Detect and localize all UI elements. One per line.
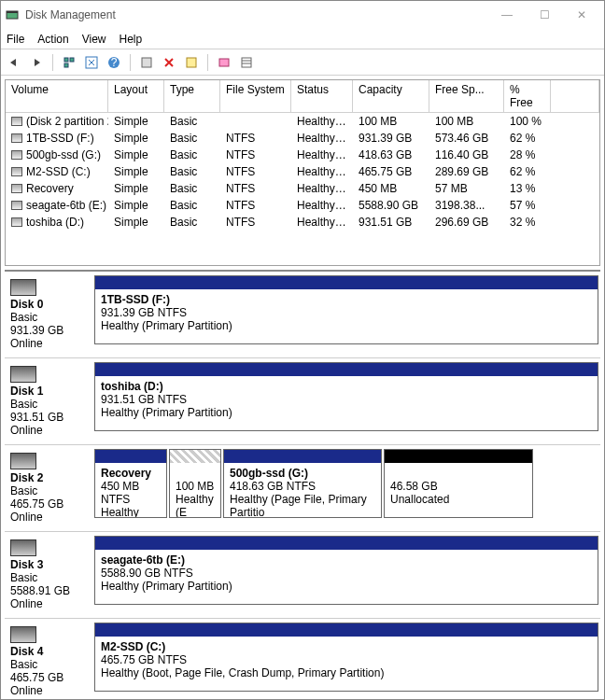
volume-capacity: 465.75 GB	[353, 164, 429, 179]
volume-icon	[11, 201, 22, 210]
volume-row[interactable]: M2-SSD (C:)SimpleBasicNTFSHealthy (B...4…	[6, 163, 599, 180]
partition-box[interactable]: M2-SSD (C:)465.75 GB NTFSHealthy (Boot, …	[94, 623, 598, 692]
volume-fs: NTFS	[220, 198, 291, 213]
partition-status: Healthy (Boot, Page File, Crash Dump, Pr…	[101, 666, 592, 679]
forward-button[interactable]	[27, 53, 46, 72]
partition-box[interactable]: 500gb-ssd (G:)418.63 GB NTFSHealthy (Pag…	[223, 449, 382, 518]
delete-icon[interactable]	[160, 53, 178, 72]
volume-row[interactable]: toshiba (D:)SimpleBasicNTFSHealthy (P...…	[6, 214, 599, 231]
back-button[interactable]	[5, 53, 23, 72]
col-type[interactable]: Type	[164, 80, 220, 112]
disk-type: Basic	[10, 398, 89, 411]
disk-row: Disk 1Basic931.51 GBOnlinetoshiba (D:)93…	[5, 358, 600, 445]
col-fs[interactable]: File System	[220, 80, 291, 112]
menu-action[interactable]: Action	[37, 33, 68, 46]
svg-rect-9	[187, 58, 196, 67]
menu-help[interactable]: Help	[120, 33, 143, 46]
refresh-button[interactable]	[82, 53, 101, 72]
volume-icon	[11, 117, 22, 126]
partition-box[interactable]: seagate-6tb (E:)5588.90 GB NTFSHealthy (…	[94, 536, 598, 605]
partition-bar	[95, 537, 598, 550]
disk-size: 465.75 GB	[10, 671, 89, 684]
volume-row[interactable]: RecoverySimpleBasicNTFSHealthy (...450 M…	[6, 180, 599, 197]
volume-layout: Simple	[108, 215, 164, 230]
volume-row[interactable]: 1TB-SSD (F:)SimpleBasicNTFSHealthy (P...…	[6, 130, 599, 147]
disk-row: Disk 3Basic5588.91 GBOnlineseagate-6tb (…	[5, 532, 600, 619]
volume-status: Healthy (P...	[291, 215, 353, 230]
disk-info[interactable]: Disk 3Basic5588.91 GBOnline	[5, 536, 94, 614]
disk-icon	[10, 366, 36, 383]
volume-name: seagate-6tb (E:)	[26, 199, 106, 212]
maximize-button[interactable]: ☐	[526, 1, 563, 29]
menu-view[interactable]: View	[82, 33, 106, 46]
action-icon[interactable]	[215, 53, 233, 72]
scope-button[interactable]	[60, 53, 78, 72]
disk-info[interactable]: Disk 2Basic465.75 GBOnline	[5, 449, 94, 527]
col-pct[interactable]: % Free	[504, 80, 551, 112]
disk-info[interactable]: Disk 4Basic465.75 GBOnline	[5, 623, 94, 700]
partition-status: Healthy (Primary Partition)	[101, 319, 592, 332]
volume-name: 500gb-ssd (G:)	[26, 148, 101, 161]
properties-icon[interactable]	[182, 53, 201, 72]
settings-icon[interactable]	[137, 53, 156, 72]
toolbar: ?	[1, 49, 604, 76]
partition-box[interactable]: toshiba (D:)931.51 GB NTFSHealthy (Prima…	[94, 362, 598, 431]
volume-row[interactable]: (Disk 2 partition 2)SimpleBasicHealthy (…	[6, 113, 599, 130]
col-capacity[interactable]: Capacity	[353, 80, 429, 112]
disk-row: Disk 4Basic465.75 GBOnlineM2-SSD (C:)465…	[5, 619, 600, 700]
list-icon[interactable]	[237, 53, 256, 72]
minimize-button[interactable]: —	[488, 1, 526, 29]
disk-status: Online	[10, 511, 89, 524]
volume-layout: Simple	[108, 114, 164, 129]
volume-fs: NTFS	[220, 215, 291, 230]
volume-list[interactable]: Volume Layout Type File System Status Ca…	[5, 79, 600, 266]
disk-size: 5588.91 GB	[10, 584, 89, 597]
menu-file[interactable]: File	[7, 33, 24, 46]
partition-status: Healthy (Primary Partition)	[101, 406, 592, 419]
partition-status: Healthy (Page File, Primary Partitio	[230, 493, 375, 517]
svg-rect-8	[142, 58, 151, 67]
partition-title: M2-SSD (C:)	[101, 640, 592, 653]
disk-info[interactable]: Disk 0Basic931.39 GBOnline	[5, 275, 94, 354]
volume-status: Healthy (E...	[291, 114, 353, 129]
col-free[interactable]: Free Sp...	[429, 80, 504, 112]
svg-rect-2	[64, 58, 68, 62]
partition-size: 465.75 GB NTFS	[101, 653, 592, 666]
volume-pct: 13 %	[504, 181, 551, 196]
disk-name: Disk 1	[10, 385, 89, 398]
volume-row[interactable]: seagate-6tb (E:)SimpleBasicNTFSHealthy (…	[6, 197, 599, 214]
partition-box[interactable]: Recovery450 MB NTFSHealthy (OEM	[94, 449, 167, 518]
help-icon[interactable]: ?	[105, 53, 123, 72]
volume-icon	[11, 150, 22, 160]
disk-map: Disk 0Basic931.39 GBOnline1TB-SSD (F:)93…	[5, 270, 600, 700]
partition-title: Recovery	[101, 467, 161, 480]
volume-name: toshiba (D:)	[26, 216, 84, 229]
svg-text:?: ?	[111, 56, 118, 69]
volume-capacity: 931.51 GB	[353, 215, 429, 230]
titlebar: Disk Management — ☐ ✕	[1, 1, 604, 29]
disk-size: 931.51 GB	[10, 411, 89, 424]
disk-status: Online	[10, 597, 89, 610]
volume-status: Healthy (B...	[291, 164, 353, 179]
volume-pct: 57 %	[504, 198, 551, 213]
partition-status: Healthy (OEM	[101, 506, 161, 517]
col-status[interactable]: Status	[291, 80, 353, 112]
disk-info[interactable]: Disk 1Basic931.51 GBOnline	[5, 362, 94, 441]
col-layout[interactable]: Layout	[108, 80, 164, 112]
volume-capacity: 418.63 GB	[353, 147, 429, 162]
volume-layout: Simple	[108, 147, 164, 162]
partition-box[interactable]: 1TB-SSD (F:)931.39 GB NTFSHealthy (Prima…	[94, 275, 598, 344]
partition-size: 931.39 GB NTFS	[101, 306, 592, 319]
svg-rect-4	[64, 63, 68, 67]
volume-pct: 28 %	[504, 147, 551, 162]
partition-box[interactable]: 46.58 GBUnallocated	[384, 449, 533, 518]
disk-type: Basic	[10, 484, 89, 497]
volume-row[interactable]: 500gb-ssd (G:)SimpleBasicNTFSHealthy (P.…	[6, 147, 599, 163]
col-volume[interactable]: Volume	[6, 80, 108, 112]
disk-status: Online	[10, 337, 89, 350]
volume-type: Basic	[164, 164, 220, 179]
partition-box[interactable]: 100 MBHealthy (E	[169, 449, 221, 518]
svg-rect-11	[242, 58, 251, 67]
volume-free: 100 MB	[429, 114, 504, 129]
close-button[interactable]: ✕	[563, 1, 600, 29]
